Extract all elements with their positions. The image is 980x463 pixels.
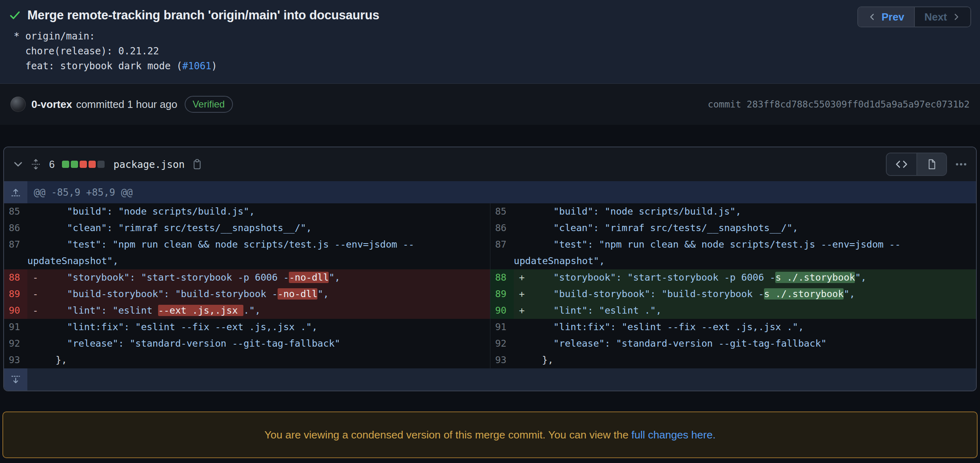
code-line: "clean": "rimraf src/tests/__snapshots__… bbox=[514, 220, 976, 236]
diff-row: 92 "release": "standard-version --git-ta… bbox=[4, 335, 976, 352]
prev-commit-button[interactable]: Prev bbox=[858, 7, 914, 27]
rich-view-button[interactable] bbox=[916, 153, 946, 175]
line-number[interactable]: 92 bbox=[4, 335, 27, 352]
diff-table: 85 "build": "node scripts/build.js",85 "… bbox=[4, 203, 976, 368]
diff-sign: - bbox=[27, 286, 44, 302]
clipboard-icon bbox=[192, 159, 202, 170]
diff-sign bbox=[27, 335, 44, 352]
diff-row: 89- "build-storybook": "build-storybook … bbox=[4, 286, 976, 302]
diff-sign bbox=[27, 236, 44, 253]
diff-pane-left: 86 "clean": "rimraf src/tests/__snapshot… bbox=[4, 220, 490, 236]
line-number[interactable] bbox=[4, 253, 27, 269]
line-number[interactable]: 92 bbox=[490, 335, 514, 352]
diff-pane-left: 93 }, bbox=[4, 352, 490, 368]
expand-down-icon bbox=[11, 375, 21, 384]
line-number[interactable]: 85 bbox=[4, 203, 27, 220]
line-number[interactable]: 89 bbox=[4, 286, 27, 302]
line-number[interactable]: 85 bbox=[490, 203, 514, 220]
line-number[interactable]: 86 bbox=[490, 220, 514, 236]
diff-pane-left: 91 "lint:fix": "eslint --fix --ext .js,.… bbox=[4, 319, 490, 335]
line-number[interactable]: 87 bbox=[490, 236, 514, 253]
code-line: "release": "standard-version --git-tag-f… bbox=[514, 335, 976, 352]
code-line: + "lint": "eslint .", bbox=[514, 302, 976, 319]
line-number[interactable]: 88 bbox=[4, 269, 27, 286]
next-commit-button[interactable]: Next bbox=[914, 7, 970, 27]
commit-message-line: chore(release): 0.21.22 bbox=[14, 44, 970, 59]
expand-up-icon bbox=[11, 188, 21, 197]
diff-pane-right: 85 "build": "node scripts/build.js", bbox=[490, 203, 976, 220]
avatar[interactable] bbox=[10, 97, 26, 112]
code-line: - "build-storybook": "build-storybook --… bbox=[27, 286, 490, 302]
diff-sign: + bbox=[514, 302, 531, 319]
source-view-button[interactable] bbox=[887, 153, 916, 175]
diff-sign: - bbox=[27, 269, 44, 286]
line-number[interactable] bbox=[490, 253, 514, 269]
collapse-file-button[interactable] bbox=[13, 159, 23, 169]
code-line: - "lint": "eslint --ext .js,.jsx .", bbox=[27, 302, 490, 319]
file-options-button[interactable] bbox=[955, 159, 967, 169]
expand-bottom-row bbox=[4, 368, 976, 391]
pr-link[interactable]: #1061 bbox=[182, 60, 211, 72]
file-icon bbox=[926, 159, 937, 170]
line-number[interactable]: 90 bbox=[4, 302, 27, 319]
diff-sign: + bbox=[514, 269, 531, 286]
code-line: "release": "standard-version --git-tag-f… bbox=[27, 335, 490, 352]
verified-badge[interactable]: Verified bbox=[185, 96, 233, 113]
file-name[interactable]: package.json bbox=[113, 159, 185, 170]
line-number[interactable]: 90 bbox=[490, 302, 514, 319]
committer-bar: 0-vortex committed 1 hour ago Verified c… bbox=[0, 84, 980, 125]
line-number[interactable]: 89 bbox=[490, 286, 514, 302]
diff-pane-left: updateSnapshot", bbox=[4, 253, 490, 269]
diffstat-square bbox=[62, 161, 69, 168]
diffstat-square bbox=[97, 161, 105, 168]
copy-path-button[interactable] bbox=[192, 159, 202, 170]
diff-row: 87 "test": "npm run clean && node script… bbox=[4, 236, 976, 253]
committer-username[interactable]: 0-vortex bbox=[31, 98, 72, 111]
line-number[interactable]: 91 bbox=[4, 319, 27, 335]
code-line: }, bbox=[514, 352, 976, 368]
commit-sha: commit 283ff8cd788c550309ff0d1d5a9a5a97e… bbox=[708, 99, 970, 110]
diff-sign bbox=[27, 319, 44, 335]
diff-sign: - bbox=[27, 302, 44, 319]
line-number[interactable]: 93 bbox=[4, 352, 27, 368]
line-number[interactable]: 93 bbox=[490, 352, 514, 368]
prev-label: Prev bbox=[881, 11, 904, 23]
code-line: "build": "node scripts/build.js", bbox=[27, 203, 490, 220]
drag-handle[interactable] bbox=[31, 158, 41, 170]
diff-sign bbox=[514, 335, 531, 352]
code-line: "lint:fix": "eslint --fix --ext .js,.jsx… bbox=[27, 319, 490, 335]
commit-message-line: * origin/main: bbox=[14, 29, 970, 44]
diff-pane-left: 90- "lint": "eslint --ext .js,.jsx .", bbox=[4, 302, 490, 319]
drag-handle-icon bbox=[31, 158, 41, 170]
next-label: Next bbox=[924, 11, 947, 23]
line-number[interactable]: 88 bbox=[490, 269, 514, 286]
condensed-notice-banner: You are viewing a condensed version of t… bbox=[2, 411, 978, 458]
chevron-left-icon bbox=[868, 12, 877, 21]
line-number[interactable]: 91 bbox=[490, 319, 514, 335]
diff-row: 93 },93 }, bbox=[4, 352, 976, 368]
chevron-down-icon bbox=[13, 159, 23, 169]
expand-up-button[interactable] bbox=[4, 181, 27, 203]
code-line: updateSnapshot", bbox=[514, 253, 976, 269]
diff-row: 86 "clean": "rimraf src/tests/__snapshot… bbox=[4, 220, 976, 236]
line-number[interactable]: 87 bbox=[4, 236, 27, 253]
code-line: + "storybook": "start-storybook -p 6006 … bbox=[514, 269, 976, 286]
diff-pane-right: 90+ "lint": "eslint .", bbox=[490, 302, 976, 319]
diff-pane-left: 88- "storybook": "start-storybook -p 600… bbox=[4, 269, 490, 286]
file-diff-card: 6 package.json bbox=[3, 147, 977, 391]
diff-row: 85 "build": "node scripts/build.js",85 "… bbox=[4, 203, 976, 220]
check-icon bbox=[9, 9, 21, 21]
commit-message-line: feat: storybook dark mode (#1061) bbox=[14, 59, 970, 74]
code-line: "lint:fix": "eslint --fix --ext .js,.jsx… bbox=[514, 319, 976, 335]
line-number[interactable]: 86 bbox=[4, 220, 27, 236]
committed-time-text: committed 1 hour ago bbox=[76, 98, 177, 111]
diffstat-square bbox=[71, 161, 78, 168]
expand-down-button[interactable] bbox=[4, 368, 27, 391]
code-line: - "storybook": "start-storybook -p 6006 … bbox=[27, 269, 490, 286]
diff-pane-right: updateSnapshot", bbox=[490, 253, 976, 269]
code-line: "build": "node scripts/build.js", bbox=[514, 203, 976, 220]
full-changes-link[interactable]: full changes here. bbox=[632, 429, 716, 441]
diff-sign bbox=[27, 220, 44, 236]
diff-sign bbox=[27, 352, 44, 368]
commit-nav-group: Prev Next bbox=[857, 6, 971, 27]
